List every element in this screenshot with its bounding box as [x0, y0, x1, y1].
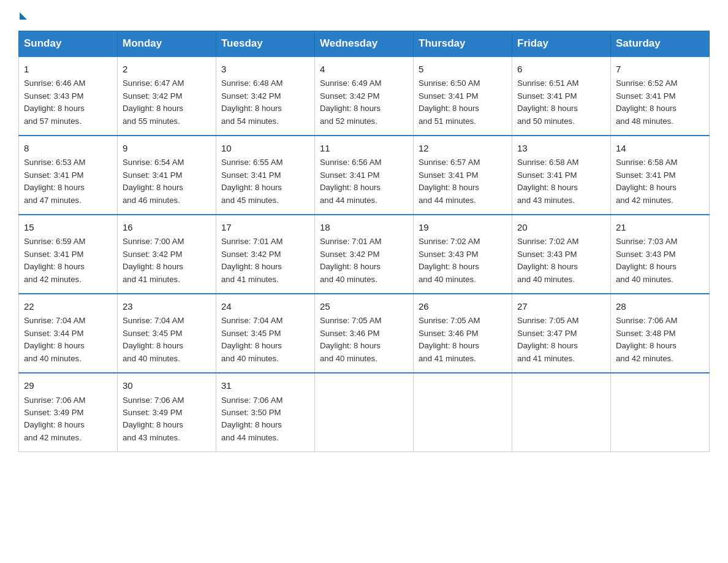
logo-arrow-icon: [20, 12, 27, 20]
day-info: Sunrise: 6:58 AM Sunset: 3:41 PM Dayligh…: [616, 156, 704, 207]
calendar-cell: [414, 373, 512, 452]
day-info: Sunrise: 7:05 AM Sunset: 3:46 PM Dayligh…: [419, 315, 507, 365]
calendar-cell: 2Sunrise: 6:47 AM Sunset: 3:42 PM Daylig…: [118, 56, 216, 136]
day-number: 16: [123, 220, 211, 234]
calendar-cell: 14Sunrise: 6:58 AM Sunset: 3:41 PM Dayli…: [611, 136, 710, 215]
day-number: 1: [24, 62, 112, 76]
day-info: Sunrise: 7:02 AM Sunset: 3:43 PM Dayligh…: [419, 236, 507, 286]
calendar-cell: 23Sunrise: 7:04 AM Sunset: 3:45 PM Dayli…: [118, 294, 216, 373]
calendar-cell: [315, 373, 414, 452]
calendar-cell: 4Sunrise: 6:49 AM Sunset: 3:42 PM Daylig…: [315, 56, 414, 136]
day-info: Sunrise: 6:50 AM Sunset: 3:41 PM Dayligh…: [419, 77, 507, 128]
day-info: Sunrise: 6:59 AM Sunset: 3:41 PM Dayligh…: [24, 236, 112, 286]
day-number: 28: [616, 299, 704, 313]
calendar-cell: 3Sunrise: 6:48 AM Sunset: 3:42 PM Daylig…: [216, 56, 315, 136]
col-tuesday: Tuesday: [216, 31, 315, 57]
calendar-cell: 24Sunrise: 7:04 AM Sunset: 3:45 PM Dayli…: [216, 294, 315, 373]
day-info: Sunrise: 7:01 AM Sunset: 3:42 PM Dayligh…: [221, 236, 309, 286]
calendar-cell: 20Sunrise: 7:02 AM Sunset: 3:43 PM Dayli…: [512, 215, 611, 294]
day-number: 11: [320, 141, 408, 155]
day-info: Sunrise: 7:04 AM Sunset: 3:45 PM Dayligh…: [221, 315, 309, 365]
calendar-cell: 26Sunrise: 7:05 AM Sunset: 3:46 PM Dayli…: [414, 294, 512, 373]
day-number: 26: [419, 299, 507, 313]
calendar-cell: 12Sunrise: 6:57 AM Sunset: 3:41 PM Dayli…: [414, 136, 512, 215]
day-info: Sunrise: 6:52 AM Sunset: 3:41 PM Dayligh…: [616, 77, 704, 128]
day-number: 10: [221, 141, 309, 155]
logo: [18, 12, 27, 20]
day-info: Sunrise: 6:56 AM Sunset: 3:41 PM Dayligh…: [320, 156, 408, 207]
day-info: Sunrise: 6:49 AM Sunset: 3:42 PM Dayligh…: [320, 77, 408, 128]
day-info: Sunrise: 6:55 AM Sunset: 3:41 PM Dayligh…: [221, 156, 309, 207]
calendar-cell: 16Sunrise: 7:00 AM Sunset: 3:42 PM Dayli…: [118, 215, 216, 294]
calendar-cell: 5Sunrise: 6:50 AM Sunset: 3:41 PM Daylig…: [414, 56, 512, 136]
col-monday: Monday: [118, 31, 216, 57]
calendar-cell: 1Sunrise: 6:46 AM Sunset: 3:43 PM Daylig…: [19, 56, 118, 136]
calendar-cell: 27Sunrise: 7:05 AM Sunset: 3:47 PM Dayli…: [512, 294, 611, 373]
day-number: 29: [24, 378, 112, 393]
day-number: 21: [616, 220, 704, 234]
day-number: 25: [320, 299, 408, 313]
day-number: 31: [221, 378, 309, 393]
day-number: 12: [419, 141, 507, 155]
day-info: Sunrise: 6:58 AM Sunset: 3:41 PM Dayligh…: [517, 156, 605, 207]
day-info: Sunrise: 6:57 AM Sunset: 3:41 PM Dayligh…: [419, 156, 507, 207]
day-info: Sunrise: 7:06 AM Sunset: 3:50 PM Dayligh…: [221, 394, 309, 445]
calendar-cell: 19Sunrise: 7:02 AM Sunset: 3:43 PM Dayli…: [414, 215, 512, 294]
day-number: 9: [123, 141, 211, 155]
day-number: 24: [221, 299, 309, 313]
header: [18, 12, 710, 20]
day-info: Sunrise: 7:05 AM Sunset: 3:46 PM Dayligh…: [320, 315, 408, 365]
calendar-cell: 7Sunrise: 6:52 AM Sunset: 3:41 PM Daylig…: [611, 56, 710, 136]
col-wednesday: Wednesday: [315, 31, 414, 57]
day-info: Sunrise: 6:54 AM Sunset: 3:41 PM Dayligh…: [123, 156, 211, 207]
day-number: 22: [24, 299, 112, 313]
day-number: 20: [517, 220, 605, 234]
day-info: Sunrise: 7:01 AM Sunset: 3:42 PM Dayligh…: [320, 236, 408, 286]
calendar-cell: 25Sunrise: 7:05 AM Sunset: 3:46 PM Dayli…: [315, 294, 414, 373]
col-saturday: Saturday: [611, 31, 710, 57]
calendar-cell: 15Sunrise: 6:59 AM Sunset: 3:41 PM Dayli…: [19, 215, 118, 294]
day-number: 30: [123, 378, 211, 393]
col-sunday: Sunday: [19, 31, 118, 57]
day-info: Sunrise: 7:04 AM Sunset: 3:45 PM Dayligh…: [123, 315, 211, 365]
day-number: 3: [221, 62, 309, 76]
day-number: 13: [517, 141, 605, 155]
day-number: 23: [123, 299, 211, 313]
calendar-cell: 18Sunrise: 7:01 AM Sunset: 3:42 PM Dayli…: [315, 215, 414, 294]
calendar-cell: 13Sunrise: 6:58 AM Sunset: 3:41 PM Dayli…: [512, 136, 611, 215]
day-number: 5: [419, 62, 507, 76]
day-number: 14: [616, 141, 704, 155]
col-thursday: Thursday: [414, 31, 512, 57]
calendar-cell: 29Sunrise: 7:06 AM Sunset: 3:49 PM Dayli…: [19, 373, 118, 452]
calendar-body: 1Sunrise: 6:46 AM Sunset: 3:43 PM Daylig…: [19, 56, 710, 452]
day-info: Sunrise: 7:04 AM Sunset: 3:44 PM Dayligh…: [24, 315, 112, 365]
day-info: Sunrise: 6:47 AM Sunset: 3:42 PM Dayligh…: [123, 77, 211, 128]
day-info: Sunrise: 7:06 AM Sunset: 3:48 PM Dayligh…: [616, 315, 704, 365]
day-number: 19: [419, 220, 507, 234]
day-number: 18: [320, 220, 408, 234]
calendar-cell: 17Sunrise: 7:01 AM Sunset: 3:42 PM Dayli…: [216, 215, 315, 294]
calendar-cell: 28Sunrise: 7:06 AM Sunset: 3:48 PM Dayli…: [611, 294, 710, 373]
day-number: 15: [24, 220, 112, 234]
calendar-cell: 31Sunrise: 7:06 AM Sunset: 3:50 PM Dayli…: [216, 373, 315, 452]
day-info: Sunrise: 7:06 AM Sunset: 3:49 PM Dayligh…: [24, 394, 112, 445]
calendar-cell: 8Sunrise: 6:53 AM Sunset: 3:41 PM Daylig…: [19, 136, 118, 215]
calendar-cell: 22Sunrise: 7:04 AM Sunset: 3:44 PM Dayli…: [19, 294, 118, 373]
day-number: 4: [320, 62, 408, 76]
day-number: 6: [517, 62, 605, 76]
day-number: 17: [221, 220, 309, 234]
day-info: Sunrise: 7:00 AM Sunset: 3:42 PM Dayligh…: [123, 236, 211, 286]
calendar-header: Sunday Monday Tuesday Wednesday Thursday…: [19, 31, 710, 57]
calendar-cell: 10Sunrise: 6:55 AM Sunset: 3:41 PM Dayli…: [216, 136, 315, 215]
day-info: Sunrise: 6:53 AM Sunset: 3:41 PM Dayligh…: [24, 156, 112, 207]
day-info: Sunrise: 7:05 AM Sunset: 3:47 PM Dayligh…: [517, 315, 605, 365]
calendar-cell: 9Sunrise: 6:54 AM Sunset: 3:41 PM Daylig…: [118, 136, 216, 215]
day-info: Sunrise: 7:03 AM Sunset: 3:43 PM Dayligh…: [616, 236, 704, 286]
day-number: 27: [517, 299, 605, 313]
calendar-cell: [611, 373, 710, 452]
calendar-table: Sunday Monday Tuesday Wednesday Thursday…: [18, 31, 710, 452]
day-info: Sunrise: 7:06 AM Sunset: 3:49 PM Dayligh…: [123, 394, 211, 445]
col-friday: Friday: [512, 31, 611, 57]
day-info: Sunrise: 6:48 AM Sunset: 3:42 PM Dayligh…: [221, 77, 309, 128]
day-info: Sunrise: 7:02 AM Sunset: 3:43 PM Dayligh…: [517, 236, 605, 286]
